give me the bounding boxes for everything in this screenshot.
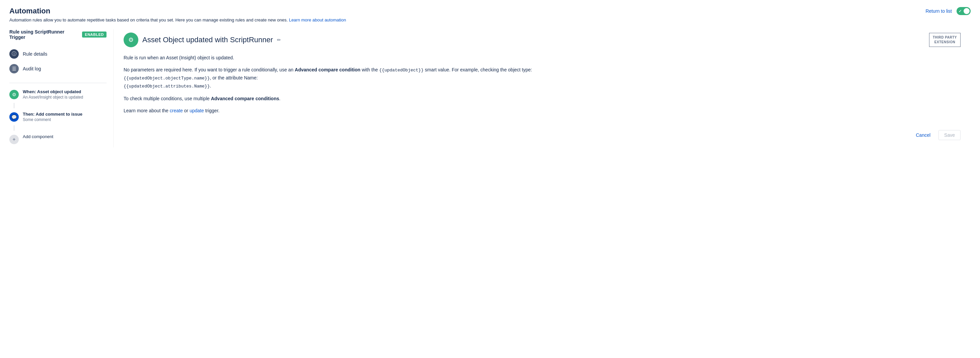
then-action-subtitle: Some comment [23, 117, 83, 122]
content-header: ⚙ Asset Object updated with ScriptRunner… [124, 32, 961, 47]
content-title: Asset Object updated with ScriptRunner [142, 35, 273, 44]
description-para-1: Rule is run when an Asset (Insight) obje… [124, 54, 961, 61]
page-title: Automation [10, 7, 50, 15]
sidebar-divider [10, 83, 107, 83]
add-component-title: Add component [23, 134, 53, 139]
toggle-check-icon: ✓ [959, 9, 962, 13]
pipeline-item-add[interactable]: + Add component [10, 131, 107, 147]
then-action-title: Then: Add comment to issue [23, 112, 83, 117]
enabled-badge: ENABLED [82, 32, 107, 38]
create-link[interactable]: create [170, 108, 183, 113]
content-panel: ⚙ Asset Object updated with ScriptRunner… [113, 29, 970, 147]
page-container: Automation Return to list ✓ Automation r… [0, 0, 980, 358]
learn-more-link[interactable]: Learn more about automation [289, 18, 346, 22]
content-footer: Cancel Save [124, 125, 961, 140]
cancel-button[interactable]: Cancel [912, 130, 934, 140]
sidebar-header: Rule using ScriptRunner Trigger ENABLED [10, 29, 107, 40]
update-link[interactable]: update [189, 108, 204, 113]
return-to-list-link[interactable]: Return to list [925, 8, 952, 14]
rule-details-label: Rule details [23, 51, 47, 57]
main-layout: Rule using ScriptRunner Trigger ENABLED … [10, 29, 970, 147]
pipeline-connector-1 [14, 103, 14, 108]
pipeline-item-then[interactable]: 💬 Then: Add comment to issue Some commen… [10, 108, 107, 125]
sidebar-item-audit-log[interactable]: ☰ Audit log [10, 61, 107, 76]
pipeline-item-when[interactable]: ⚙ When: Asset object updated An Asset/In… [10, 86, 107, 103]
content-body: Rule is run when an Asset (Insight) obje… [124, 54, 961, 115]
when-trigger-icon: ⚙ [10, 90, 19, 99]
description-para-2: No parameters are required here. If you … [124, 66, 961, 90]
trigger-icon-large: ⚙ [124, 32, 138, 47]
rule-toggle[interactable]: ✓ [956, 7, 970, 15]
header-row: Automation Return to list ✓ [10, 7, 970, 15]
sidebar: Rule using ScriptRunner Trigger ENABLED … [10, 29, 113, 147]
sidebar-pipeline: ⚙ When: Asset object updated An Asset/In… [10, 86, 107, 147]
sidebar-rule-title: Rule using ScriptRunner Trigger [10, 29, 78, 40]
header-right: Return to list ✓ [925, 7, 970, 15]
page-subtitle: Automation rules allow you to automate r… [10, 18, 970, 22]
add-component-icon: + [10, 135, 19, 144]
third-party-badge: THIRD PARTY EXTENSION [929, 33, 961, 47]
then-action-text: Then: Add comment to issue Some comment [23, 112, 83, 122]
rule-details-icon: ⓘ [10, 49, 19, 59]
when-trigger-text: When: Asset object updated An Asset/Insi… [23, 89, 83, 99]
when-trigger-title: When: Asset object updated [23, 89, 83, 94]
add-component-text: Add component [23, 134, 53, 139]
description-para-4: Learn more about the create or update tr… [124, 107, 961, 114]
description-para-3: To check multiple conditions, use multip… [124, 95, 961, 102]
sidebar-item-rule-details[interactable]: ⓘ Rule details [10, 46, 107, 61]
then-action-icon: 💬 [10, 112, 19, 121]
audit-log-icon: ☰ [10, 64, 19, 74]
audit-log-label: Audit log [23, 66, 41, 71]
sidebar-nav: ⓘ Rule details ☰ Audit log [10, 46, 107, 76]
pipeline-connector-2 [14, 125, 14, 131]
edit-title-icon[interactable]: ✏ [277, 37, 281, 43]
save-button[interactable]: Save [939, 130, 961, 140]
content-title-row: ⚙ Asset Object updated with ScriptRunner… [124, 32, 281, 47]
when-trigger-subtitle: An Asset/Insight object is updated [23, 95, 83, 99]
